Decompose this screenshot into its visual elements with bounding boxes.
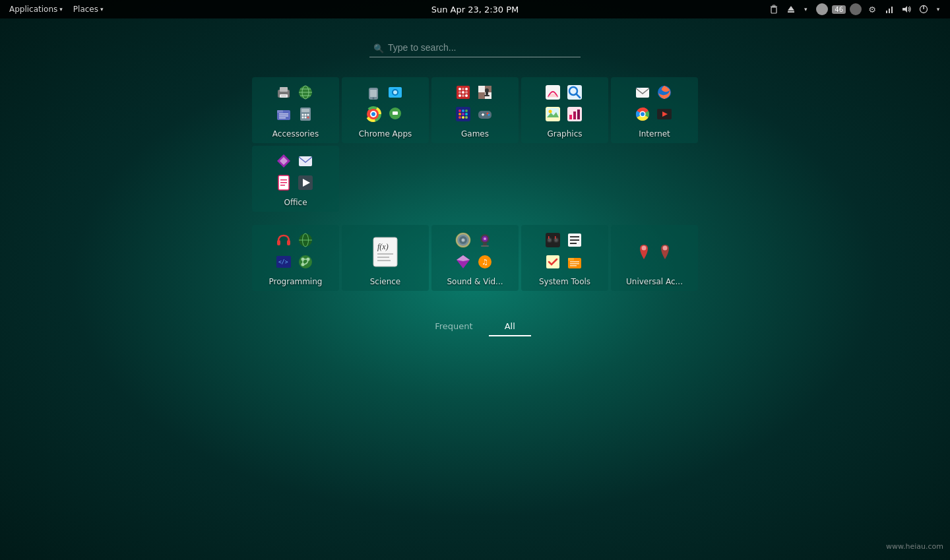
svg-point-72 [465,116,468,119]
applications-arrow-icon: ▾ [59,6,63,13]
svg-rect-156 [570,261,579,263]
svg-rect-62 [484,95,490,96]
search-input[interactable] [369,38,581,57]
category-tile-programming[interactable]: </> Programming [252,225,339,291]
programming-globe-icon [296,231,315,249]
power-icon[interactable] [917,3,930,16]
category-tile-internet[interactable]: Internet [611,77,698,143]
graphics-label: Graphics [548,129,583,139]
places-menu[interactable]: Places ▾ [69,3,108,15]
watermark: www.heiau.com [886,542,943,553]
svg-text:f(x): f(x) [377,242,389,251]
svg-rect-61 [486,92,488,95]
svg-rect-157 [570,263,579,264]
category-tile-games[interactable]: Games [431,77,519,143]
science-icons: f(x) [364,231,406,273]
svg-rect-150 [570,236,579,237]
svg-rect-88 [569,115,572,119]
tab-frequent[interactable]: Frequent [419,317,488,336]
power-arrow-icon[interactable]: ▾ [932,3,945,16]
svg-rect-34 [370,90,377,97]
svg-rect-107 [280,185,285,186]
svg-point-32 [307,117,309,119]
games-label: Games [461,129,489,139]
svg-rect-105 [280,179,287,181]
category-tile-sound-video[interactable]: ♫ Sound & Vid... [431,225,519,291]
eject-icon[interactable] [784,3,798,16]
svg-point-160 [663,246,668,251]
system-settings-icon[interactable]: ⚙ [866,3,879,16]
svg-point-56 [465,94,468,97]
svg-rect-110 [277,240,280,245]
svg-point-38 [393,90,397,94]
files-icon [565,253,584,271]
svg-point-131 [462,239,465,242]
applications-label: Applications [9,5,57,14]
svg-point-144 [548,239,552,242]
trash-icon[interactable] [767,3,780,16]
svg-rect-6 [889,9,890,13]
svg-rect-155 [568,258,574,261]
chart-icon [565,105,584,123]
dots-game-icon [454,105,472,123]
office-play-icon [296,173,315,192]
tab-all[interactable]: All [489,317,531,336]
category-tile-accessories[interactable]: Accessories [252,77,339,143]
svg-rect-12 [280,87,288,92]
applications-menu[interactable]: Applications ▾ [5,3,67,15]
svg-point-28 [305,114,307,116]
science-label: Science [370,277,401,286]
svg-point-135 [484,237,486,240]
chrome-apps-label: Chrome Apps [359,129,412,139]
disc-icon [454,231,472,249]
chrome-icon [364,105,383,123]
settings-icon[interactable] [850,3,862,15]
lotus-icon [274,152,293,170]
svg-rect-106 [280,182,287,183]
svg-rect-158 [570,265,577,266]
svg-rect-111 [287,240,290,245]
office-icons [274,152,317,194]
network-icon[interactable] [883,3,896,16]
hangouts-icon [386,105,404,123]
svg-rect-152 [570,243,577,244]
category-tile-chrome-apps[interactable]: Chrome Apps [342,77,429,143]
system-tools-icons [544,231,586,273]
category-tile-universal-access[interactable]: Universal Ac... [611,225,698,291]
svg-rect-151 [570,239,579,241]
places-label: Places [73,5,98,14]
games-icons [454,83,496,125]
svg-point-146 [555,239,558,242]
svg-point-51 [459,91,461,94]
svg-point-55 [462,94,464,97]
svg-point-97 [641,112,645,116]
volume-icon[interactable] [900,3,913,16]
user-avatar-icon[interactable] [816,3,828,15]
category-tile-science[interactable]: f(x) Science [342,225,429,291]
notification-badge[interactable]: 46 [832,5,846,14]
svg-marker-8 [902,6,907,13]
search-container: 🔍 [369,38,581,57]
file-manager-icon [274,105,293,123]
svg-point-53 [465,91,468,94]
svg-text:♫: ♫ [482,258,488,266]
calculator-icon [296,105,315,123]
svg-rect-89 [573,111,576,119]
svg-rect-23 [279,115,288,117]
svg-rect-102 [299,156,312,166]
svg-point-67 [459,113,461,115]
programming-icons: </> [274,231,317,273]
svg-rect-126 [377,257,389,258]
printer-icon [274,83,293,102]
email-icon [633,83,652,102]
svg-rect-4 [788,11,794,13]
svg-point-85 [549,110,552,113]
svg-rect-147 [548,236,550,239]
category-tile-office[interactable]: Office [252,146,339,212]
category-tile-graphics[interactable]: Graphics [521,77,608,143]
category-tile-system-tools[interactable]: System Tools [521,225,608,291]
svg-rect-137 [481,245,489,247]
accessories-label: Accessories [272,129,319,139]
eject-arrow-icon[interactable]: ▾ [799,3,812,16]
chrome-apps-icons [364,83,406,125]
